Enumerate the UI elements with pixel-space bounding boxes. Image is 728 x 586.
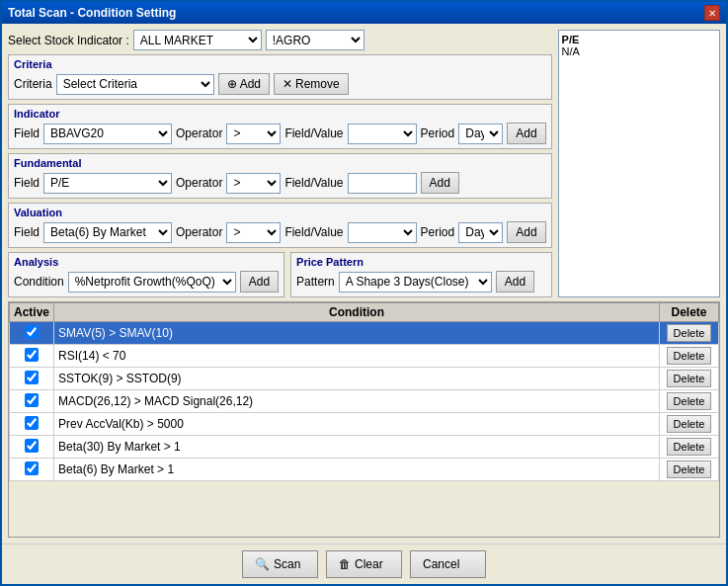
delete-button[interactable]: Delete bbox=[667, 438, 712, 456]
table-header-row: Active Condition Delete bbox=[10, 303, 719, 322]
valuation-section: Valuation Field Beta(6) By Market Operat… bbox=[8, 203, 552, 248]
criteria-header: Criteria bbox=[14, 58, 546, 70]
clear-label: Clear bbox=[355, 557, 383, 571]
delete-cell: Delete bbox=[660, 413, 719, 436]
pe-label: P/E bbox=[562, 34, 716, 45]
analysis-section: Analysis Condition %Netprofit Growth(%Qo… bbox=[8, 252, 284, 297]
delete-cell: Delete bbox=[660, 436, 719, 459]
indicator-operator-label: Operator bbox=[176, 126, 222, 140]
valuation-period-select[interactable]: Day bbox=[458, 222, 503, 243]
indicator-field-label: Field bbox=[14, 126, 40, 140]
condition-cell: SSTOK(9) > SSTOD(9) bbox=[54, 368, 660, 390]
criteria-row: Criteria Select Criteria ⊕ Add ✕ Remove bbox=[14, 73, 546, 95]
delete-button[interactable]: Delete bbox=[667, 347, 712, 365]
fundamental-add-button[interactable]: Add bbox=[421, 172, 459, 194]
active-checkbox[interactable] bbox=[25, 416, 39, 430]
active-cell bbox=[10, 345, 54, 368]
delete-button[interactable]: Delete bbox=[667, 392, 712, 410]
indicator-add-button[interactable]: Add bbox=[507, 123, 545, 144]
active-checkbox[interactable] bbox=[25, 348, 39, 362]
valuation-add-button[interactable]: Add bbox=[507, 221, 545, 243]
criteria-label: Criteria bbox=[14, 77, 52, 91]
market-select[interactable]: ALL MARKET bbox=[133, 30, 262, 50]
condition-cell: RSI(14) < 70 bbox=[54, 345, 660, 368]
valuation-header: Valuation bbox=[14, 207, 546, 218]
fundamental-fieldvalue-input[interactable]: 5 bbox=[348, 173, 417, 194]
delete-button[interactable]: Delete bbox=[667, 460, 712, 478]
add-icon: ⊕ bbox=[227, 77, 237, 91]
delete-button[interactable]: Delete bbox=[667, 324, 712, 342]
conditions-table-wrapper: Active Condition Delete SMAV(5) > SMAV(1… bbox=[8, 301, 720, 538]
table-header: Active Condition Delete bbox=[10, 303, 719, 322]
content-area: Select Stock Indicator : ALL MARKET !AGR… bbox=[2, 24, 726, 544]
pe-panel: P/E N/A bbox=[558, 30, 720, 297]
delete-button[interactable]: Delete bbox=[667, 370, 712, 387]
fundamental-section: Fundamental Field P/E Operator > Field/V… bbox=[8, 153, 552, 199]
active-checkbox[interactable] bbox=[25, 371, 39, 384]
valuation-field-select[interactable]: Beta(6) By Market bbox=[43, 222, 172, 243]
active-checkbox[interactable] bbox=[25, 325, 39, 339]
pattern-add-button[interactable]: Add bbox=[496, 271, 534, 293]
active-checkbox[interactable] bbox=[25, 393, 39, 407]
active-cell bbox=[10, 413, 54, 436]
close-button[interactable]: ✕ bbox=[704, 5, 720, 21]
active-cell bbox=[10, 368, 54, 390]
conditions-body: SMAV(5) > SMAV(10)DeleteRSI(14) < 70Dele… bbox=[10, 322, 719, 481]
active-cell bbox=[10, 390, 54, 413]
indicator-period-select[interactable]: Day bbox=[458, 124, 503, 144]
table-row[interactable]: SSTOK(9) > SSTOD(9)Delete bbox=[10, 368, 719, 390]
valuation-operator-select[interactable]: > bbox=[226, 222, 281, 243]
scan-icon: 🔍 bbox=[255, 557, 270, 571]
table-row[interactable]: Prev AccVal(Kb) > 5000Delete bbox=[10, 413, 719, 436]
cancel-button[interactable]: Cancel bbox=[410, 550, 486, 578]
indicator-section: Indicator Field BBAVG20 Operator > Field… bbox=[8, 104, 552, 149]
criteria-select[interactable]: Select Criteria bbox=[56, 74, 214, 95]
active-checkbox[interactable] bbox=[25, 439, 39, 453]
fundamental-row: Field P/E Operator > Field/Value 5 Add bbox=[14, 172, 546, 194]
valuation-field-label: Field bbox=[14, 225, 40, 239]
analysis-condition-select[interactable]: %Netprofit Growth(%QoQ) 1 Quarter bbox=[68, 272, 236, 293]
active-cell bbox=[10, 322, 54, 345]
scan-label: Scan bbox=[274, 557, 300, 571]
condition-label: Condition bbox=[14, 275, 64, 289]
pattern-label: Pattern bbox=[296, 275, 335, 289]
table-row[interactable]: SMAV(5) > SMAV(10)Delete bbox=[10, 322, 719, 345]
clear-button[interactable]: 🗑 Clear bbox=[326, 550, 402, 578]
delete-cell: Delete bbox=[660, 390, 719, 413]
condition-cell: SMAV(5) > SMAV(10) bbox=[54, 322, 660, 345]
conditions-table: Active Condition Delete SMAV(5) > SMAV(1… bbox=[9, 302, 719, 481]
fundamental-operator-label: Operator bbox=[176, 176, 222, 190]
title-bar: Total Scan - Condition Setting ✕ bbox=[2, 2, 726, 24]
table-row[interactable]: MACD(26,12) > MACD Signal(26,12)Delete bbox=[10, 390, 719, 413]
fundamental-operator-select[interactable]: > bbox=[226, 173, 281, 194]
window-title: Total Scan - Condition Setting bbox=[8, 6, 176, 20]
col-active: Active bbox=[10, 303, 54, 322]
stock-indicator-label: Select Stock Indicator : bbox=[8, 34, 129, 47]
sector-select[interactable]: !AGRO bbox=[266, 30, 364, 50]
delete-cell: Delete bbox=[660, 345, 719, 368]
table-row[interactable]: RSI(14) < 70Delete bbox=[10, 345, 719, 368]
active-checkbox[interactable] bbox=[25, 461, 39, 475]
indicator-period-label: Period bbox=[421, 126, 455, 140]
delete-cell: Delete bbox=[660, 322, 719, 345]
fundamental-field-label: Field bbox=[14, 176, 40, 190]
indicator-field-select[interactable]: BBAVG20 bbox=[43, 124, 172, 144]
analysis-add-button[interactable]: Add bbox=[240, 271, 279, 293]
scan-button[interactable]: 🔍 Scan bbox=[242, 550, 318, 578]
clear-icon: 🗑 bbox=[339, 557, 351, 571]
indicator-fieldvalue-select[interactable] bbox=[348, 124, 417, 144]
bottom-bar: 🔍 Scan 🗑 Clear Cancel bbox=[2, 544, 726, 584]
valuation-fieldvalue-select[interactable] bbox=[348, 222, 417, 243]
col-condition: Condition bbox=[54, 303, 660, 322]
criteria-remove-button[interactable]: ✕ Remove bbox=[274, 73, 349, 95]
delete-button[interactable]: Delete bbox=[667, 415, 712, 433]
indicator-header: Indicator bbox=[14, 108, 546, 120]
criteria-add-button[interactable]: ⊕ Add bbox=[218, 73, 270, 95]
condition-cell: MACD(26,12) > MACD Signal(26,12) bbox=[54, 390, 660, 413]
indicator-operator-select[interactable]: > bbox=[226, 124, 281, 144]
table-row[interactable]: Beta(6) By Market > 1Delete bbox=[10, 459, 719, 481]
pattern-select[interactable]: A Shape 3 Days(Close) bbox=[339, 272, 492, 293]
price-pattern-section: Price Pattern Pattern A Shape 3 Days(Clo… bbox=[290, 252, 552, 297]
table-row[interactable]: Beta(30) By Market > 1Delete bbox=[10, 436, 719, 459]
fundamental-field-select[interactable]: P/E bbox=[43, 173, 172, 194]
